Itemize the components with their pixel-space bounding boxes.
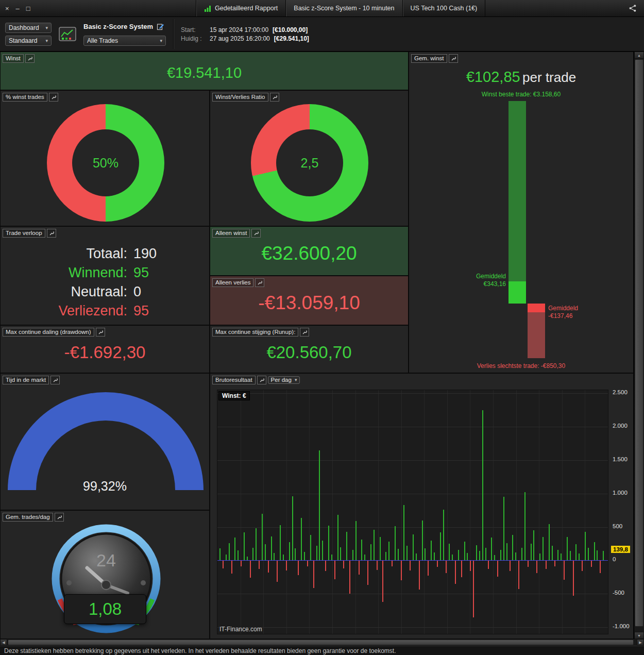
- title-bar: × – □ Gedetailleerd Rapport Basic z-Scor…: [0, 0, 644, 17]
- drawdown-panel: Max continue daling (drawdown) -€1.692,3…: [0, 325, 210, 373]
- trades-per-dag-box: 1,08: [64, 594, 146, 624]
- close-icon[interactable]: ×: [5, 5, 9, 12]
- dashboard-select-value: Dashboard: [9, 24, 39, 31]
- horizontal-scrollbar[interactable]: ◀ ▶: [0, 639, 644, 646]
- clock-24-label: 24: [96, 550, 116, 570]
- avg-win-label: Gemiddeld €343,16: [451, 273, 506, 288]
- wrench-icon[interactable]: [270, 93, 279, 102]
- alleen-verlies-panel: Alleen verlies -€13.059,10: [210, 276, 409, 325]
- gw-bar-win-dark: [509, 101, 526, 281]
- trades-per-dag-value: 1,08: [89, 599, 122, 619]
- trade-verloop-panel: Trade verloop Totaal:190 Winnend:95 Neut…: [0, 226, 210, 325]
- gem-winst-panel: Gem. winst €102,85 per trade Winst beste…: [409, 52, 634, 373]
- neutral-trades-row: Neutraal:0: [1, 282, 209, 301]
- wrench-icon[interactable]: [251, 229, 261, 238]
- wrench-icon[interactable]: [300, 328, 309, 337]
- wrench-icon[interactable]: [47, 229, 56, 238]
- pct-winst-center-label: 50%: [93, 156, 118, 171]
- edit-icon[interactable]: [157, 23, 164, 30]
- best-trade-label: Winst beste trade: €3.158,60: [409, 91, 633, 98]
- pct-winst-donut: 50%: [47, 104, 164, 222]
- share-icon[interactable]: [629, 4, 644, 12]
- panel-title: Brutoresultaat: [212, 376, 256, 384]
- trades-filter-value: Alle Trades: [87, 37, 118, 44]
- wrench-icon[interactable]: [255, 278, 264, 287]
- panel-title: Gem. winst: [411, 54, 447, 63]
- maximize-icon[interactable]: □: [26, 5, 30, 12]
- plot-series-label: Winst: €: [218, 391, 250, 400]
- tab-instrument[interactable]: US Tech 100 Cash (1€): [402, 0, 486, 16]
- winning-trades-row: Winnend:95: [1, 263, 209, 282]
- ratio-center-label: 2,5: [301, 156, 319, 171]
- chevron-down-icon: ▾: [160, 38, 162, 43]
- dashboard-select[interactable]: Dashboard ▾: [5, 23, 52, 33]
- tab-label: Basic z-Score System - 10 minuten: [294, 5, 394, 12]
- alleen-verlies-value: -€13.059,10: [258, 292, 360, 314]
- window-controls: × – □: [0, 5, 196, 12]
- report-chart-icon: [204, 5, 211, 12]
- time-in-market-gauge: [8, 392, 204, 490]
- panel-title: % winst trades: [3, 93, 47, 102]
- gw-bar-win-avg: [509, 281, 526, 304]
- tijd-in-markt-panel: Tijd in de markt 99,32%: [0, 373, 210, 510]
- current-amount: [€29.541,10]: [274, 35, 309, 42]
- panel-title: Max continue daling (drawdown): [3, 328, 94, 337]
- wrench-icon[interactable]: [96, 328, 105, 337]
- vertical-scrollbar[interactable]: ▲ ▼: [634, 52, 644, 639]
- win-bar: [509, 101, 526, 304]
- tab-label: Gedetailleerd Rapport: [215, 5, 278, 12]
- start-amount: [€10.000,00]: [273, 26, 308, 33]
- drawdown-value: -€1.692,30: [64, 343, 146, 362]
- detailed-report-window: × – □ Gedetailleerd Rapport Basic z-Scor…: [0, 0, 644, 655]
- status-bar: Deze statistieken hebben betrekking op g…: [0, 646, 644, 655]
- alleen-winst-panel: Alleen winst €32.600,20: [210, 226, 409, 276]
- gw-bar-loss-dark: [528, 312, 545, 358]
- minimize-icon[interactable]: –: [16, 5, 20, 12]
- losing-trades-row: Verliezend:95: [1, 301, 209, 321]
- tab-detailed-report[interactable]: Gedetailleerd Rapport: [196, 0, 285, 16]
- last-value-badge: 139,8: [611, 546, 630, 553]
- brutoresultaat-plot[interactable]: Winst: € IT-Finance.com: [217, 390, 608, 634]
- worst-trade-label: Verlies slechtste trade: -€850,30: [409, 362, 633, 370]
- disclaimer-text: Deze statistieken hebben betrekking op g…: [4, 647, 396, 654]
- winst-panel: Winst €19.541,10: [0, 52, 409, 90]
- panel-title: Alleen winst: [212, 229, 250, 238]
- report-toolbar: Dashboard ▾ Standaard ▾ Basic z-Score Sy…: [0, 17, 644, 52]
- layout-select[interactable]: Standaard ▾: [5, 36, 52, 46]
- alleen-winst-value: €32.600,20: [261, 243, 357, 264]
- period-info: Start: 15 apr 2024 17:00:00 [€10.000,00]…: [181, 26, 309, 42]
- avg-win-suffix: per trade: [522, 70, 576, 85]
- wrench-icon[interactable]: [257, 376, 266, 384]
- toolbar-divider: [173, 19, 174, 49]
- current-label: Huidig :: [181, 35, 206, 42]
- scroll-right-button[interactable]: ▶: [637, 639, 644, 646]
- pct-winst-panel: % winst trades 50%: [0, 90, 210, 226]
- wrench-icon[interactable]: [50, 376, 60, 384]
- wrench-icon[interactable]: [55, 513, 64, 522]
- current-datetime: 27 aug 2025 16:20:00: [210, 35, 270, 42]
- panel-title: Winst/Verlies Ratio: [212, 93, 268, 102]
- trades-filter-select[interactable]: Alle Trades ▾: [83, 36, 166, 46]
- period-select[interactable]: Per dag ▾: [268, 376, 300, 384]
- start-datetime: 15 apr 2024 17:00:00: [210, 26, 268, 33]
- wrench-icon[interactable]: [25, 54, 35, 63]
- scroll-up-button[interactable]: ▲: [634, 52, 644, 59]
- wrench-icon[interactable]: [449, 54, 458, 63]
- scroll-left-button[interactable]: ◀: [0, 639, 7, 646]
- chevron-down-icon: ▾: [45, 25, 48, 30]
- avg-win-value: €102,85: [466, 69, 520, 85]
- wrench-icon[interactable]: [49, 93, 58, 102]
- trades-per-dag-panel: Gem. trades/dag 24: [0, 510, 210, 639]
- tab-trading-system[interactable]: Basic z-Score System - 10 minuten: [285, 0, 402, 16]
- vertical-scrollbar-thumb[interactable]: [635, 59, 643, 627]
- panel-title: Tijd in de markt: [3, 376, 49, 384]
- avg-win-headline: €102,85 per trade: [409, 69, 633, 86]
- horizontal-scrollbar-thumb[interactable]: [8, 640, 634, 645]
- ratio-panel: Winst/Verlies Ratio 2,5: [210, 90, 409, 226]
- start-label: Start:: [181, 26, 206, 33]
- scroll-down-button[interactable]: ▼: [634, 632, 644, 639]
- title-tabs: Gedetailleerd Rapport Basic z-Score Syst…: [196, 0, 485, 16]
- brutoresultaat-axis: 139,8 2.5002.0001.5001.0005000-500-1.000: [611, 390, 634, 634]
- report-view-icon[interactable]: [59, 26, 76, 42]
- panel-title: Max continue stijging (Runup):: [212, 328, 298, 337]
